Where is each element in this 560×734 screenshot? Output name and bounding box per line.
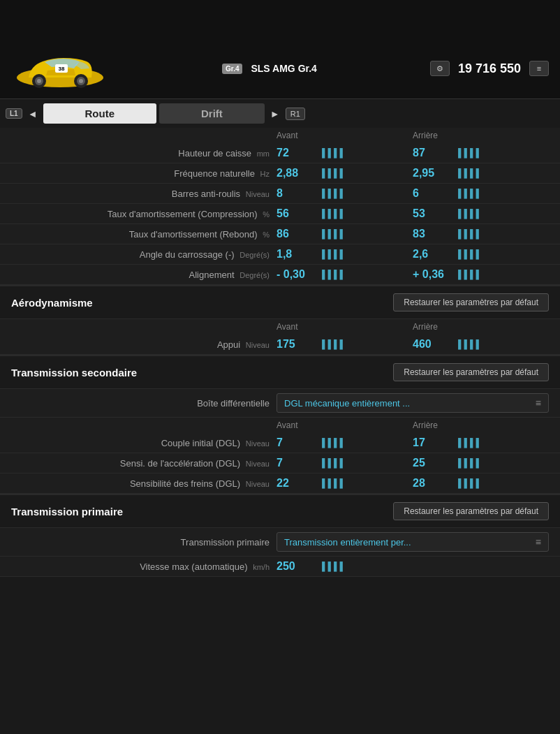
val-sensi-freins-front[interactable]: 22 — [277, 477, 315, 490]
suspension-section: Avant Arrière Hauteur de caisse mm 72 ▐▐… — [0, 128, 560, 285]
trans-sec-col-headers: Avant Arrière — [0, 418, 560, 433]
trans-pri-header: Transmission primaire Restaurer les para… — [0, 494, 560, 528]
val-sensi-accel-rear[interactable]: 25 — [413, 457, 451, 469]
svg-point-3 — [37, 79, 41, 83]
bar-icon: ▐▐▐▐ — [319, 339, 343, 349]
bar-icon: ▐▐▐▐ — [319, 438, 343, 448]
trans-pri-value-box[interactable]: Transmission entièrement per... ≡ — [277, 532, 549, 552]
nav-tabs: L1 ◄ Route Drift ► R1 — [0, 99, 560, 128]
bar-icon: ▐▐▐▐ — [455, 478, 479, 488]
bar-icon: ▐▐▐▐ — [319, 458, 343, 468]
val-compression-front[interactable]: 56 — [277, 207, 315, 220]
svg-text:38: 38 — [59, 66, 65, 72]
trans-pri-row: Transmission primaire Transmission entiè… — [0, 528, 560, 557]
aerodynamisme-title: Aérodynamisme — [11, 297, 93, 309]
row-appui: Appui Niveau 175 ▐▐▐▐ 460 ▐▐▐▐ — [0, 335, 560, 355]
label-appui: Appui Niveau — [11, 339, 277, 350]
bar-icon: ▐▐▐▐ — [319, 561, 343, 571]
bar-icon: ▐▐▐▐ — [319, 148, 343, 158]
top-bar — [0, 0, 560, 38]
val-vitesse-max[interactable]: 250 — [277, 560, 315, 573]
val-appui-rear[interactable]: 460 — [413, 338, 451, 351]
tab-route[interactable]: Route — [43, 103, 157, 124]
row-freq: Fréquence naturelle Hz 2,88 ▐▐▐▐ 2,95 ▐▐… — [0, 163, 560, 184]
trans-sec-restore-btn[interactable]: Restaurer les paramètres par défaut — [393, 363, 549, 381]
l1-badge: L1 — [6, 108, 22, 119]
trans-pri-text: Transmission entièrement per... — [284, 537, 411, 548]
label-rebond: Taux d'amortissement (Rebond) % — [11, 229, 277, 240]
val-carrossage-rear[interactable]: 2,6 — [413, 248, 451, 260]
tab-drift[interactable]: Drift — [159, 103, 265, 124]
trans-pri-title: Transmission primaire — [11, 506, 123, 518]
val-freq-front[interactable]: 2,88 — [277, 167, 315, 179]
aerodynamisme-content: Avant Arrière Appui Niveau 175 ▐▐▐▐ 460 … — [0, 319, 560, 355]
bar-icon: ▐▐▐▐ — [455, 189, 479, 198]
nav-next-arrow[interactable]: ► — [267, 107, 283, 121]
trans-sec-col-avant: Avant — [277, 420, 413, 430]
col-header-arriere: Arrière — [413, 131, 549, 140]
car-image: 38 — [11, 44, 109, 93]
row-alignement: Alignement Degré(s) - 0,30 ▐▐▐▐ + 0,36 ▐… — [0, 265, 560, 285]
diff-value-box[interactable]: DGL mécanique entièrement ... ≡ — [277, 393, 549, 413]
svg-point-6 — [79, 79, 83, 83]
label-barres: Barres anti-roulis Niveau — [11, 189, 277, 199]
r1-badge: R1 — [286, 108, 305, 120]
val-barres-rear[interactable]: 6 — [413, 187, 451, 200]
car-badge: Gr.4 — [222, 64, 242, 74]
extra-icon[interactable]: ≡ — [529, 61, 549, 76]
nav-prev-arrow[interactable]: ◄ — [25, 107, 40, 121]
diff-label: Boîte différentielle — [11, 398, 277, 409]
val-alignement-rear[interactable]: + 0,36 — [413, 268, 451, 281]
val-hauteur-front[interactable]: 72 — [277, 147, 315, 159]
trans-sec-header: Transmission secondaire Restaurer les pa… — [0, 355, 560, 389]
row-barres: Barres anti-roulis Niveau 8 ▐▐▐▐ 6 ▐▐▐▐ — [0, 184, 560, 204]
bar-icon: ▐▐▐▐ — [319, 270, 343, 279]
val-rebond-front[interactable]: 86 — [277, 228, 315, 240]
val-carrossage-front[interactable]: 1,8 — [277, 248, 315, 260]
val-freq-rear[interactable]: 2,95 — [413, 167, 451, 179]
label-couple: Couple initial (DGL) Niveau — [11, 438, 277, 448]
val-sensi-freins-rear[interactable]: 28 — [413, 477, 451, 490]
suspension-col-headers: Avant Arrière — [0, 128, 560, 143]
currency-display: 19 716 550 — [458, 61, 521, 76]
header: 38 Gr.4 SLS AMG Gr.4 ⚙ 19 716 550 ≡ — [0, 38, 560, 99]
val-alignement-front[interactable]: - 0,30 — [277, 268, 315, 281]
val-hauteur-rear[interactable]: 87 — [413, 147, 451, 159]
menu-icon: ≡ — [536, 397, 541, 409]
trans-sec-col-arriere: Arrière — [413, 420, 549, 430]
val-compression-rear[interactable]: 53 — [413, 207, 451, 220]
car-name: SLS AMG Gr.4 — [251, 63, 316, 74]
row-sensi-freins: Sensibilité des freins (DGL) Niveau 22 ▐… — [0, 474, 560, 494]
car-info: Gr.4 SLS AMG Gr.4 — [222, 63, 317, 74]
menu-icon: ≡ — [536, 536, 541, 548]
trans-pri-restore-btn[interactable]: Restaurer les paramètres par défaut — [393, 502, 549, 520]
trans-sec-title: Transmission secondaire — [11, 367, 137, 379]
val-couple-rear[interactable]: 17 — [413, 436, 451, 449]
bar-icon: ▐▐▐▐ — [319, 478, 343, 488]
bar-icon: ▐▐▐▐ — [455, 438, 479, 448]
val-couple-front[interactable]: 7 — [277, 436, 315, 449]
bar-icon: ▐▐▐▐ — [455, 148, 479, 158]
bar-icon: ▐▐▐▐ — [319, 189, 343, 198]
bar-icon: ▐▐▐▐ — [319, 229, 343, 239]
row-sensi-accel: Sensi. de l'accélération (DGL) Niveau 7 … — [0, 453, 560, 474]
bar-icon: ▐▐▐▐ — [319, 249, 343, 259]
settings-icon[interactable]: ⚙ — [430, 61, 450, 76]
header-right: ⚙ 19 716 550 ≡ — [430, 61, 549, 76]
label-compression: Taux d'amortissement (Compression) % — [11, 209, 277, 219]
val-sensi-accel-front[interactable]: 7 — [277, 457, 315, 469]
aerodynamisme-restore-btn[interactable]: Restaurer les paramètres par défaut — [393, 293, 549, 311]
aero-col-arriere: Arrière — [413, 322, 549, 332]
bar-icon: ▐▐▐▐ — [455, 270, 479, 279]
bar-icon: ▐▐▐▐ — [455, 229, 479, 239]
val-barres-front[interactable]: 8 — [277, 187, 315, 200]
col-header-avant: Avant — [277, 131, 413, 140]
bar-icon: ▐▐▐▐ — [455, 209, 479, 219]
trans-pri-label: Transmission primaire — [11, 537, 277, 548]
val-appui-front[interactable]: 175 — [277, 338, 315, 351]
row-compression: Taux d'amortissement (Compression) % 56 … — [0, 204, 560, 224]
bar-icon: ▐▐▐▐ — [455, 339, 479, 349]
label-vitesse-max: Vitesse max (automatique) km/h — [11, 561, 277, 572]
val-rebond-rear[interactable]: 83 — [413, 228, 451, 240]
bar-icon: ▐▐▐▐ — [319, 209, 343, 219]
